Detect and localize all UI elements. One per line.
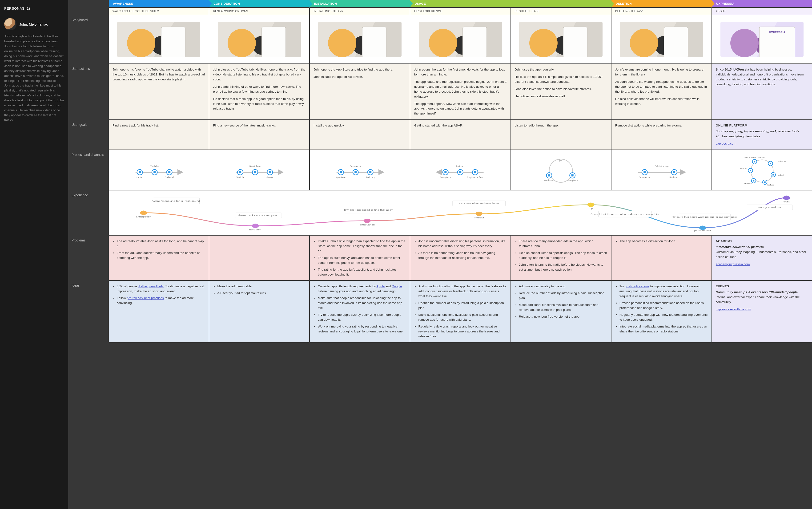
channels-5[interactable]: Radio app Smartphone (511, 150, 611, 190)
problems-5[interactable]: There are too many embedded ads in the a… (511, 236, 611, 280)
svg-text:Smartphone: Smartphone (639, 176, 650, 178)
push-notifications-link[interactable]: push notifications (625, 284, 649, 288)
problems-7[interactable]: ACADEMY Interactive educational platform… (712, 236, 812, 280)
channels-4[interactable]: Radio app Smartphone Registration form (410, 150, 510, 190)
stage-row-spacer (68, 8, 108, 15)
google-link[interactable]: Google (392, 284, 402, 288)
stage-deleting[interactable]: DELETING THE APP (612, 8, 712, 15)
phase-usage[interactable]: USAGE (410, 0, 611, 7)
user-goals-6[interactable]: Remove distractions while preparing for … (612, 120, 712, 149)
svg-text:Radio app: Radio app (544, 179, 554, 181)
preroll-best-practices-link[interactable]: pre-roll ads' best practices (127, 296, 164, 300)
user-goals-3[interactable]: Install the app quickly. (310, 120, 410, 149)
academy-link[interactable]: academy.uxpressia.com (716, 262, 750, 266)
stage-installing[interactable]: INSTALLING THE APP (310, 8, 410, 15)
user-actions-5[interactable]: John uses the app regularly.He likes the… (511, 64, 611, 120)
ideas-5[interactable]: Add more functionality to the app.Reduce… (511, 281, 611, 342)
user-actions-4[interactable]: John opens the app for the first time. H… (410, 64, 510, 120)
problems-6[interactable]: The app becomes a distraction for John. (612, 236, 712, 280)
problems-4[interactable]: John is uncomfortable disclosing his per… (410, 236, 510, 280)
storyboard-7[interactable] (712, 15, 812, 64)
channels-3[interactable]: Smartphone App Store Radio app (310, 150, 410, 190)
stage-first-experience[interactable]: FIRST EXPERIENCE (410, 8, 510, 15)
user-actions-7[interactable]: Since 2015, UXPressia has been helping b… (712, 64, 812, 120)
channels-7[interactable]: UX/CX tools & platforms Instagram Linked… (712, 150, 812, 190)
svg-rect-36 (474, 171, 476, 173)
svg-rect-51 (673, 171, 675, 173)
ideas-3[interactable]: Consider app title length requirements b… (310, 281, 410, 342)
phase-deletion[interactable]: DELETION (612, 0, 712, 7)
svg-text:App Store: App Store (336, 176, 345, 178)
row-label-experience: Experience (68, 191, 108, 235)
user-goals-5[interactable]: Listen to radio through the app. (511, 120, 611, 149)
problems-1[interactable]: The ad really irritates John as it's too… (109, 236, 209, 280)
svg-text:YouTube: YouTube (236, 176, 244, 178)
row-label-process-channels: Process and channels (68, 150, 108, 190)
row-label-user-actions: User actions (68, 64, 108, 120)
apple-link[interactable]: Apple (376, 284, 384, 288)
svg-text:pensiveness: pensiveness (694, 230, 712, 232)
storyboard-1[interactable] (109, 15, 209, 64)
user-goals-4[interactable]: Getting started with the app ASAP. (410, 120, 510, 149)
ideas-4[interactable]: Add more functionality to the app. To de… (410, 281, 510, 342)
svg-rect-49 (644, 171, 646, 173)
ideas-2[interactable]: Make the ad memorable.A/B test your ad f… (209, 281, 309, 342)
user-actions-2[interactable]: John closes the YouTube tab. He likes no… (209, 64, 309, 120)
user-actions-1[interactable]: John opens his favorite YouTube channel … (109, 64, 209, 120)
row-label-ideas: Ideas (68, 281, 108, 342)
svg-point-76 (364, 218, 371, 223)
user-goals-7[interactable]: ONLINE PLATFORM Journey mapping, impact … (712, 120, 812, 149)
channels-2[interactable]: Smartphone YouTube Google (209, 150, 309, 190)
svg-rect-42 (548, 174, 550, 176)
svg-text:Pinterest: Pinterest (740, 167, 747, 170)
svg-rect-22 (340, 171, 342, 173)
stage-regular-usage[interactable]: REGULAR USAGE (511, 8, 611, 15)
svg-text:It's cool that there are also : It's cool that there are also podcasts a… (590, 213, 660, 215)
svg-text:annoyance: annoyance (360, 224, 375, 226)
user-actions-6[interactable]: John's exams are coming in one month. He… (612, 64, 712, 120)
ideas-1[interactable]: 80% of people dislike pre-roll ads. To e… (109, 281, 209, 342)
svg-text:Radio app: Radio app (366, 176, 375, 178)
ideas-7[interactable]: EVENTS Community meetups & events for HC… (712, 281, 812, 342)
sidebar-title: PERSONAS (1) (4, 6, 64, 11)
persona-header[interactable]: John, Melomaniac (4, 18, 64, 30)
storyboard-6[interactable] (612, 15, 712, 64)
svg-text:Not sure this app's working ou: Not sure this app's working out for me r… (672, 216, 737, 218)
uxpressia-link[interactable]: uxpressia.com (716, 142, 736, 145)
eventbrite-link[interactable]: uxpressia.eventbrite.com (716, 307, 751, 311)
problems-2[interactable] (209, 236, 309, 280)
storyboard-5[interactable] (511, 15, 611, 64)
svg-text:Delete the app: Delete the app (655, 165, 668, 167)
channels-1[interactable]: YouTube Laptop Online ad (109, 150, 209, 190)
stage-about[interactable]: ABOUT (712, 8, 812, 15)
user-goals-2[interactable]: Find a new source of the latest music tr… (209, 120, 309, 149)
phase-consideration[interactable]: CONSIDERATION (209, 0, 309, 7)
svg-point-80 (783, 196, 790, 200)
user-goals-1[interactable]: Find a new track for his track list. (109, 120, 209, 149)
svg-rect-61 (773, 174, 774, 175)
stage-watching[interactable]: WATCHING THE YOUTUBE VIDEO (109, 8, 209, 15)
user-actions-3[interactable]: John opens the App Store and tries to fi… (310, 64, 410, 120)
svg-text:UX/CX tools & platforms: UX/CX tools & platforms (745, 156, 764, 158)
channels-6[interactable]: Delete the app Smartphone Radio app (612, 150, 712, 190)
svg-rect-6 (168, 171, 170, 173)
experience-curve[interactable]: anticipation boredom annoyance interest … (109, 191, 812, 235)
svg-rect-26 (369, 171, 371, 173)
storyboard-3[interactable] (310, 15, 410, 64)
svg-text:Facebook: Facebook (744, 182, 752, 184)
svg-text:Smartphone: Smartphone (567, 179, 578, 181)
svg-text:Smartphone: Smartphone (249, 165, 261, 167)
phase-uxpressia[interactable]: UXPRESSIA (712, 0, 812, 7)
stage-researching[interactable]: RESEARCHING OPTIONS (209, 8, 309, 15)
svg-rect-32 (445, 171, 447, 173)
ideas-6[interactable]: Try push notifications to improve user r… (612, 281, 712, 342)
phase-installation[interactable]: INSTALLATION (310, 0, 410, 7)
storyboard-4[interactable] (410, 15, 510, 64)
storyboard-2[interactable] (209, 15, 309, 64)
problems-3[interactable]: It takes John a little longer than expec… (310, 236, 410, 280)
svg-text:Google: Google (267, 176, 273, 178)
phase-awareness[interactable]: AWARENESS (109, 0, 209, 7)
phase-row-spacer (68, 0, 108, 7)
svg-text:trust: trust (783, 201, 790, 203)
dislike-preroll-link[interactable]: dislike pre-roll ads (138, 284, 163, 288)
